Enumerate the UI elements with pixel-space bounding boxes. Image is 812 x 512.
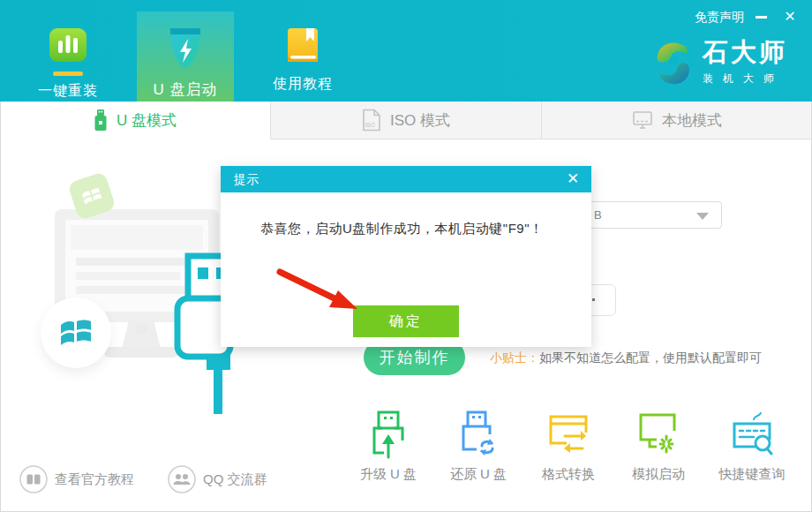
close-button[interactable]: ✕ bbox=[780, 7, 800, 26]
brand-subtitle: 装机大师 bbox=[703, 72, 787, 87]
tab-local-mode[interactable]: 本地模式 bbox=[542, 102, 812, 139]
qq-group-label: QQ 交流群 bbox=[203, 471, 267, 488]
app-window: B 开始制作 小贴士：如果不知道怎么配置，使用默认配置即可 查看官方教程 QQ … bbox=[0, 0, 812, 512]
svg-text:ISO: ISO bbox=[365, 122, 374, 128]
monitor-base bbox=[104, 347, 178, 358]
tool-hotkey-query[interactable]: 快捷键查询 bbox=[710, 410, 794, 483]
tab-iso-mode[interactable]: ISO ISO 模式 bbox=[271, 102, 542, 139]
tab-usb-mode[interactable]: U 盘模式 bbox=[0, 102, 271, 139]
format-convert-icon bbox=[547, 410, 590, 459]
minimize-icon bbox=[756, 16, 767, 19]
tool-label: 模拟启动 bbox=[616, 466, 701, 483]
screen-line bbox=[76, 272, 180, 280]
nav-item-tutorial[interactable]: 使用教程 bbox=[261, 26, 344, 94]
nav-item-label: 使用教程 bbox=[261, 75, 344, 94]
usb-device-select-value: B bbox=[594, 208, 602, 222]
brand-text: 石大师 装机大师 bbox=[703, 39, 787, 87]
tool-simulate-boot[interactable]: 模拟启动 bbox=[616, 410, 701, 483]
official-tutorial-label: 查看官方教程 bbox=[55, 471, 134, 488]
windows-flag-small-icon bbox=[79, 183, 105, 209]
dialog-titlebar[interactable]: 提示 bbox=[221, 166, 591, 192]
tool-label: 升级 U 盘 bbox=[346, 466, 431, 483]
usb-drive-icon bbox=[94, 109, 108, 132]
chart-bars-icon bbox=[47, 26, 89, 65]
iso-file-icon: ISO bbox=[362, 109, 381, 132]
tool-upgrade-usb[interactable]: 升级 U 盘 bbox=[346, 410, 431, 483]
tip-line: 小贴士：如果不知道怎么配置，使用默认配置即可 bbox=[490, 350, 762, 366]
tool-restore-usb[interactable]: 还原 U 盘 bbox=[436, 410, 521, 483]
tool-label: 格式转换 bbox=[526, 466, 611, 483]
qq-group-link[interactable]: QQ 交流群 bbox=[168, 465, 267, 493]
tool-label: 还原 U 盘 bbox=[436, 466, 521, 483]
screen-content-block bbox=[71, 225, 203, 250]
mode-tabs: U 盘模式 ISO ISO 模式 本地模式 bbox=[0, 102, 812, 139]
chevron-down-icon bbox=[696, 213, 709, 220]
brand-name: 石大师 bbox=[703, 39, 787, 65]
clipped-text bbox=[592, 298, 595, 301]
usb-restore-icon bbox=[457, 410, 500, 459]
simulate-boot-icon bbox=[637, 410, 680, 459]
dialog-close-icon[interactable]: ✕ bbox=[563, 168, 583, 191]
monitor-icon bbox=[632, 109, 653, 131]
monitor-dot bbox=[135, 323, 147, 335]
tool-format-convert[interactable]: 格式转换 bbox=[526, 410, 611, 483]
brand-logo-icon bbox=[653, 39, 694, 90]
nav-item-reinstall[interactable]: 一键重装 bbox=[31, 26, 105, 101]
shield-bolt-icon bbox=[167, 26, 204, 71]
official-tutorial-link[interactable]: 查看官方教程 bbox=[19, 465, 134, 493]
tip-prefix: 小贴士： bbox=[490, 350, 539, 365]
tab-label: ISO 模式 bbox=[390, 110, 450, 131]
windows-flag-icon bbox=[57, 314, 94, 351]
disclaimer-link[interactable]: 免责声明 bbox=[695, 10, 744, 26]
tool-label: 快捷键查询 bbox=[710, 466, 794, 483]
tip-text: 如果不知道怎么配置，使用默认配置即可 bbox=[539, 350, 762, 365]
nav-item-label: U 盘启动 bbox=[137, 79, 234, 100]
tab-label: 本地模式 bbox=[662, 110, 722, 131]
ok-button[interactable]: 确定 bbox=[353, 305, 459, 337]
minimize-button[interactable] bbox=[751, 7, 771, 26]
dialog-message: 恭喜您，启动U盘制作成功，本机启动键"F9"！ bbox=[260, 221, 544, 237]
brand-logo: 石大师 装机大师 bbox=[653, 39, 787, 90]
windows-circle-badge bbox=[41, 297, 111, 368]
hotkey-search-icon bbox=[731, 410, 773, 459]
nav-item-label: 一键重装 bbox=[31, 82, 105, 101]
nav-item-usb-boot[interactable]: U 盘启动 bbox=[137, 11, 234, 102]
group-circle-icon bbox=[168, 465, 196, 493]
tab-label: U 盘模式 bbox=[117, 110, 177, 131]
success-dialog: 提示 ✕ 恭喜您，启动U盘制作成功，本机启动键"F9"！ 确定 bbox=[221, 166, 591, 347]
header-bar: 一键重装 U 盘启动 使用教程 免责声明 bbox=[0, 0, 812, 102]
open-book-circle-icon bbox=[19, 465, 48, 493]
book-icon bbox=[282, 26, 323, 65]
icon-base-bar bbox=[53, 72, 83, 76]
usb-upgrade-icon bbox=[367, 410, 410, 459]
